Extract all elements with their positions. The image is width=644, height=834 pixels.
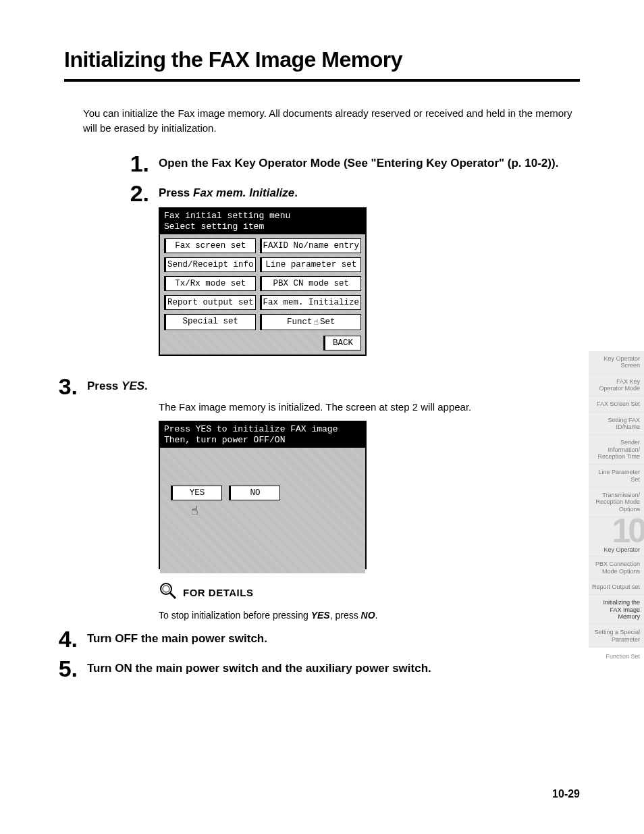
- details-text-b: , press: [330, 610, 361, 621]
- details-text-c: .: [375, 610, 378, 621]
- sidebar-tab[interactable]: Setting a Special Parameter: [589, 625, 644, 648]
- lcd-func-label: Funct: [287, 317, 313, 327]
- lcd-button[interactable]: Fax mem. Initialize: [260, 295, 362, 310]
- sidebar-tab[interactable]: FAX Key Operator Mode: [589, 374, 644, 397]
- lcd-back-button[interactable]: BACK: [323, 336, 361, 350]
- step-heading-em: YES: [122, 380, 144, 392]
- details-heading: FOR DETAILS: [159, 581, 580, 603]
- step-heading-text: Open the Fax Key Operator Mode (See "Ent…: [159, 157, 558, 170]
- lcd-button[interactable]: Fax screen set: [164, 238, 256, 253]
- sidebar-tab[interactable]: Report Output set: [589, 579, 644, 595]
- step-heading: Press Fax mem. Initialize.: [159, 186, 580, 201]
- step-heading: Press YES.: [87, 379, 580, 394]
- details-label: FOR DETAILS: [183, 587, 253, 598]
- step-heading-text: Press: [159, 186, 193, 199]
- sidebar-tabs: Key Operator Screen FAX Key Operator Mod…: [589, 351, 644, 665]
- details-text: To stop initialization before pressing Y…: [159, 610, 580, 621]
- finger-icon: ☝: [191, 503, 361, 518]
- details-text-em: YES: [311, 610, 330, 621]
- lcd-screen-1: Fax initial setting menu Select setting …: [159, 207, 367, 355]
- lcd-screen-2: Press YES to initialize FAX image Then, …: [159, 421, 367, 569]
- step-heading-em: Fax mem. Initialize: [193, 186, 294, 199]
- sidebar-tab[interactable]: Key Operator Screen: [589, 351, 644, 374]
- step-2: 2. Press Fax mem. Initialize. Fax initia…: [111, 182, 580, 368]
- step-number: 1.: [111, 152, 149, 175]
- lcd-no-button[interactable]: NO: [229, 486, 280, 500]
- lcd-func-label2: Set: [320, 317, 336, 327]
- step-text: The Fax image memory is initialized. The…: [159, 400, 580, 415]
- step-heading: Turn ON the main power switch and the au…: [87, 661, 580, 677]
- sidebar-tab[interactable]: Function Set: [589, 648, 644, 665]
- step-3: 3. Press YES. The Fax image memory is in…: [40, 375, 580, 621]
- intro-text: You can initialize the Fax image memory.…: [83, 106, 580, 136]
- lcd-button[interactable]: Special set: [164, 314, 256, 330]
- step-1: 1. Open the Fax Key Operator Mode (See "…: [111, 152, 580, 175]
- step-list: 1. Open the Fax Key Operator Mode (See "…: [64, 152, 580, 681]
- lcd-button[interactable]: FAXID No/name entry: [260, 238, 362, 253]
- sidebar-tab-current[interactable]: Initializing the FAX Image Memory: [589, 595, 644, 625]
- lcd-button[interactable]: Tx/Rx mode set: [164, 276, 256, 291]
- sidebar-tab[interactable]: Sender Information/ Reception Time: [589, 435, 644, 465]
- details-text-a: To stop initialization before pressing: [159, 610, 311, 621]
- sidebar-tab[interactable]: Setting FAX ID/Name: [589, 413, 644, 436]
- step-heading-suffix: .: [294, 186, 298, 199]
- step-heading-suffix: .: [144, 380, 148, 392]
- lcd-button[interactable]: PBX CN mode set: [260, 276, 362, 291]
- step-number: 2.: [111, 182, 149, 205]
- page-number: 10-29: [552, 788, 580, 800]
- svg-point-0: [161, 583, 171, 594]
- svg-line-2: [170, 593, 176, 598]
- step-heading-text: Turn OFF the main power switch.: [87, 632, 267, 645]
- lcd-button[interactable]: Line parameter set: [260, 257, 362, 272]
- step-number: 3.: [40, 375, 78, 398]
- lcd-yes-button[interactable]: YES: [171, 486, 222, 500]
- sidebar-tab[interactable]: FAX Screen Set: [589, 396, 644, 412]
- step-number: 5.: [40, 657, 78, 680]
- sidebar-tab[interactable]: PBX Connection Mode Options: [589, 556, 644, 579]
- step-heading-text: Turn ON the main power switch and the au…: [87, 662, 431, 675]
- chapter-label: Key Operator: [603, 546, 640, 553]
- lcd-button[interactable]: Send/Receipt info: [164, 257, 256, 272]
- magnifier-icon: [159, 581, 178, 603]
- lcd-button[interactable]: Report output set: [164, 295, 256, 310]
- sidebar-tab[interactable]: Transmission/ Reception Mode Options: [589, 488, 644, 517]
- lcd-button-func[interactable]: Funct☝Set: [260, 314, 362, 330]
- step-heading: Turn OFF the main power switch.: [87, 631, 580, 647]
- step-number: 4.: [40, 627, 78, 650]
- svg-point-1: [163, 585, 169, 592]
- page-title: Initializing the FAX Image Memory: [64, 47, 580, 72]
- step-heading: Open the Fax Key Operator Mode (See "Ent…: [159, 156, 580, 172]
- step-4: 4. Turn OFF the main power switch.: [40, 627, 580, 650]
- lcd-header: Fax initial setting menu Select setting …: [160, 209, 365, 234]
- step-heading-text: Press: [87, 380, 122, 392]
- step-5: 5. Turn ON the main power switch and the…: [40, 657, 580, 680]
- sidebar-tab[interactable]: Line Parameter Set: [589, 465, 644, 488]
- title-rule: [64, 79, 580, 82]
- sidebar-chapter-tab[interactable]: 10 Key Operator: [589, 517, 644, 556]
- finger-icon: ☝: [314, 317, 319, 328]
- details-text-em2: NO: [361, 610, 375, 621]
- lcd-header: Press YES to initialize FAX image Then, …: [160, 422, 365, 447]
